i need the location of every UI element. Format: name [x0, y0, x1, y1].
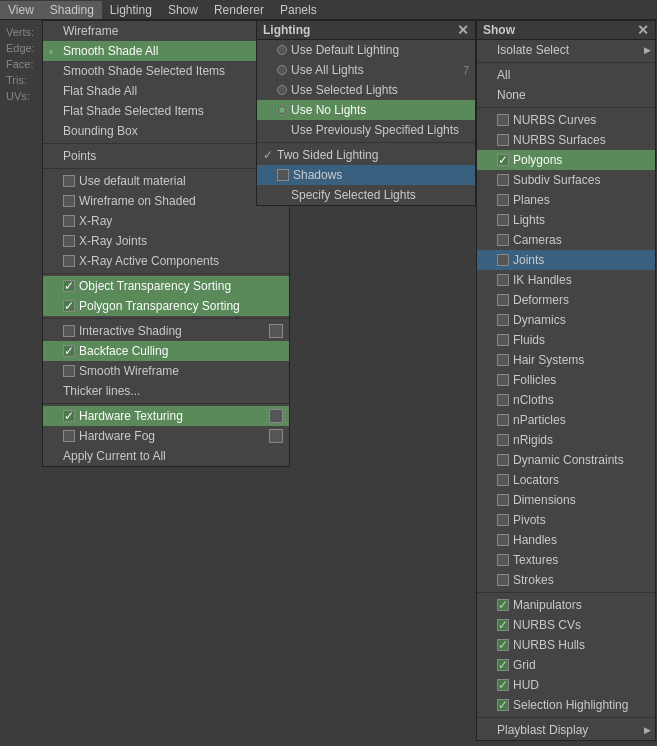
shadows-checkbox: [277, 169, 289, 181]
show-menu-header: Show ✕: [477, 21, 655, 40]
menu-polygons[interactable]: ✓ Polygons: [477, 150, 655, 170]
isolate-select-label: Isolate Select: [497, 43, 569, 57]
menu-joints[interactable]: Joints: [477, 250, 655, 270]
menu-dimensions[interactable]: Dimensions: [477, 490, 655, 510]
menu-locators[interactable]: Locators: [477, 470, 655, 490]
menu-cameras[interactable]: Cameras: [477, 230, 655, 250]
menu-pivots[interactable]: Pivots: [477, 510, 655, 530]
obj-transparency-checkbox: ✓: [63, 280, 75, 292]
menu-selection-highlighting[interactable]: ✓ Selection Highlighting: [477, 695, 655, 715]
menu-lighting[interactable]: Lighting: [102, 1, 160, 19]
menu-xray-joints[interactable]: X-Ray Joints: [43, 231, 289, 251]
menu-hardware-fog[interactable]: Hardware Fog: [43, 426, 289, 446]
menu-planes[interactable]: Planes: [477, 190, 655, 210]
menu-fluids[interactable]: Fluids: [477, 330, 655, 350]
menu-nurbs-curves[interactable]: NURBS Curves: [477, 110, 655, 130]
menu-smooth-shade-selected[interactable]: Smooth Shade Selected Items: [43, 61, 289, 81]
hardware-texturing-box-icon[interactable]: [269, 409, 283, 423]
menu-handles[interactable]: Handles: [477, 530, 655, 550]
menu-use-default-lighting[interactable]: Use Default Lighting: [257, 40, 475, 60]
nurbs-surfaces-label: NURBS Surfaces: [513, 133, 606, 147]
menu-nurbs-hulls[interactable]: ✓ NURBS Hulls: [477, 635, 655, 655]
menu-nparticles[interactable]: nParticles: [477, 410, 655, 430]
menu-show[interactable]: Show: [160, 1, 206, 19]
menu-ncloths[interactable]: nCloths: [477, 390, 655, 410]
menu-textures[interactable]: Textures: [477, 550, 655, 570]
menu-nurbs-cvs[interactable]: ✓ NURBS CVs: [477, 615, 655, 635]
interactive-shading-label: Interactive Shading: [79, 324, 182, 338]
planes-label: Planes: [513, 193, 550, 207]
menu-obj-transparency[interactable]: ✓ Object Transparency Sorting: [43, 276, 289, 296]
subdiv-surfaces-label: Subdiv Surfaces: [513, 173, 600, 187]
menu-two-sided-lighting[interactable]: ✓ Two Sided Lighting: [257, 145, 475, 165]
menu-nrigids[interactable]: nRigids: [477, 430, 655, 450]
menu-thicker-lines[interactable]: Thicker lines...: [43, 381, 289, 401]
menu-isolate-select[interactable]: Isolate Select: [477, 40, 655, 60]
menu-backface-culling[interactable]: ✓ Backface Culling: [43, 341, 289, 361]
menu-hardware-texturing[interactable]: ✓ Hardware Texturing: [43, 406, 289, 426]
shadows-label: Shadows: [293, 168, 342, 182]
menu-dynamic-constraints[interactable]: Dynamic Constraints: [477, 450, 655, 470]
menu-grid[interactable]: ✓ Grid: [477, 655, 655, 675]
menu-manipulators[interactable]: ✓ Manipulators: [477, 595, 655, 615]
uvs-label: UVs:: [6, 88, 35, 104]
menu-follicles[interactable]: Follicles: [477, 370, 655, 390]
menu-points[interactable]: Points: [43, 146, 289, 166]
follicles-label: Follicles: [513, 373, 556, 387]
menu-flat-shade-all[interactable]: Flat Shade All: [43, 81, 289, 101]
menu-xray-active[interactable]: X-Ray Active Components: [43, 251, 289, 271]
menu-shading[interactable]: Shading: [42, 1, 102, 19]
ncloths-label: nCloths: [513, 393, 554, 407]
menu-specify-selected-lights[interactable]: Specify Selected Lights: [257, 185, 475, 205]
hardware-fog-checkbox: [63, 430, 75, 442]
menu-playblast-display[interactable]: Playblast Display: [477, 720, 655, 740]
xray-active-label: X-Ray Active Components: [79, 254, 219, 268]
interactive-shading-box-icon[interactable]: [269, 324, 283, 338]
hardware-fog-box-icon[interactable]: [269, 429, 283, 443]
joints-label: Joints: [513, 253, 544, 267]
menu-show-none[interactable]: None: [477, 85, 655, 105]
menu-bounding-box[interactable]: Bounding Box: [43, 121, 289, 141]
default-material-checkbox: [63, 175, 75, 187]
menu-use-prev-lights[interactable]: Use Previously Specified Lights: [257, 120, 475, 140]
menu-strokes[interactable]: Strokes: [477, 570, 655, 590]
menu-hud[interactable]: ✓ HUD: [477, 675, 655, 695]
menu-default-material[interactable]: Use default material: [43, 171, 289, 191]
menu-smooth-shade-all[interactable]: ● Smooth Shade All: [43, 41, 289, 61]
menu-ik-handles[interactable]: IK Handles: [477, 270, 655, 290]
menu-show-all[interactable]: All: [477, 65, 655, 85]
use-default-lighting-label: Use Default Lighting: [291, 43, 399, 57]
menu-use-selected-lights[interactable]: Use Selected Lights: [257, 80, 475, 100]
menu-hair-systems[interactable]: Hair Systems: [477, 350, 655, 370]
menu-deformers[interactable]: Deformers: [477, 290, 655, 310]
menu-dynamics[interactable]: Dynamics: [477, 310, 655, 330]
points-label: Points: [63, 149, 96, 163]
ik-handles-label: IK Handles: [513, 273, 572, 287]
menu-shadows[interactable]: Shadows: [257, 165, 475, 185]
menu-renderer[interactable]: Renderer: [206, 1, 272, 19]
menu-lights[interactable]: Lights: [477, 210, 655, 230]
menu-smooth-wireframe[interactable]: Smooth Wireframe: [43, 361, 289, 381]
menu-wireframe[interactable]: Wireframe 4: [43, 21, 289, 41]
menu-panels[interactable]: Panels: [272, 1, 325, 19]
verts-label: Verts:: [6, 24, 35, 40]
menu-use-all-lights[interactable]: Use All Lights 7: [257, 60, 475, 80]
show-sep4: [477, 717, 655, 718]
ik-handles-checkbox: [497, 274, 509, 286]
menu-nurbs-surfaces[interactable]: NURBS Surfaces: [477, 130, 655, 150]
textures-checkbox: [497, 554, 509, 566]
menu-wireframe-shaded[interactable]: Wireframe on Shaded: [43, 191, 289, 211]
menu-flat-shade-selected[interactable]: Flat Shade Selected Items: [43, 101, 289, 121]
menu-poly-transparency[interactable]: ✓ Polygon Transparency Sorting: [43, 296, 289, 316]
menu-xray[interactable]: X-Ray: [43, 211, 289, 231]
show-sep3: [477, 592, 655, 593]
show-close-button[interactable]: ✕: [637, 23, 649, 37]
menu-view[interactable]: View: [0, 1, 42, 19]
use-selected-lights-label: Use Selected Lights: [291, 83, 398, 97]
lighting-close-button[interactable]: ✕: [457, 23, 469, 37]
menu-subdiv-surfaces[interactable]: Subdiv Surfaces: [477, 170, 655, 190]
use-all-lights-label: Use All Lights: [291, 63, 364, 77]
menu-use-no-lights[interactable]: Use No Lights: [257, 100, 475, 120]
menu-interactive-shading[interactable]: Interactive Shading: [43, 321, 289, 341]
menu-apply-current[interactable]: Apply Current to All: [43, 446, 289, 466]
